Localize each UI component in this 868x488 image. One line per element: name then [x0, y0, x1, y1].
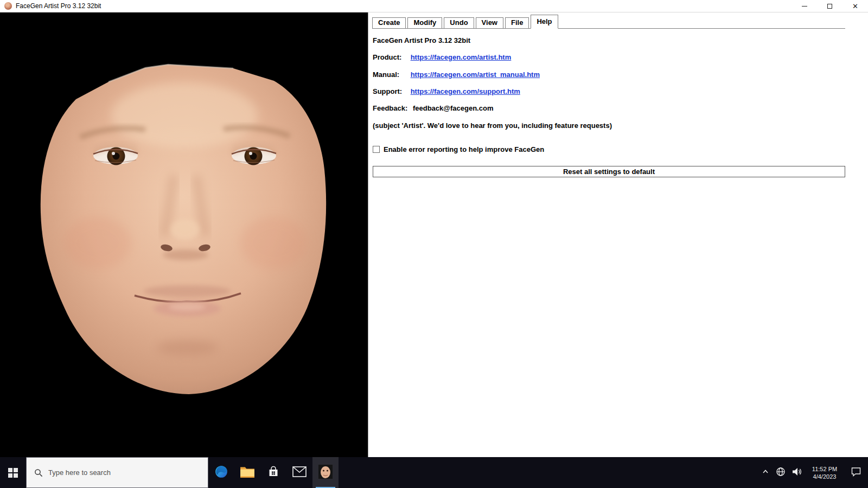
system-tray: 11:52 PM 4/4/2023 — [758, 457, 868, 488]
maximize-icon — [827, 4, 832, 9]
notification-icon — [851, 467, 861, 479]
face-render — [0, 12, 368, 457]
action-center-button[interactable] — [844, 457, 868, 488]
screen: FaceGen Artist Pro 3.12 32bit ✕ — [0, 0, 868, 488]
error-reporting-label: Enable error reporting to help improve F… — [384, 145, 544, 153]
taskbar-spacer — [339, 457, 758, 488]
tab-undo[interactable]: Undo — [444, 17, 474, 28]
feedback-email: feedback@facegen.com — [413, 104, 494, 112]
maximize-button[interactable] — [817, 0, 843, 12]
tray-volume-button[interactable] — [789, 457, 805, 488]
search-input[interactable] — [48, 468, 208, 477]
manual-label: Manual: — [373, 70, 409, 79]
taskbar-search[interactable] — [26, 457, 208, 488]
feedback-label: Feedback: — [373, 104, 407, 112]
support-link[interactable]: https://facegen.com/support.htm — [411, 87, 520, 95]
reset-settings-button[interactable]: Reset all settings to default — [373, 166, 845, 177]
network-globe-icon — [776, 467, 786, 479]
chevron-up-icon — [762, 468, 769, 478]
file-explorer-icon — [240, 465, 255, 480]
windows-logo-icon — [8, 468, 18, 478]
tab-bar: Create Modify Undo View File Help — [372, 15, 845, 29]
support-row: Support: https://facegen.com/support.htm — [373, 87, 845, 95]
taskbar-app-mail[interactable] — [286, 457, 312, 488]
minimize-icon — [802, 6, 807, 7]
tray-network-button[interactable] — [773, 457, 789, 488]
clock-time: 11:52 PM — [812, 465, 837, 473]
app-face-icon — [4, 2, 12, 10]
start-button[interactable] — [0, 457, 26, 488]
face-3d-viewport[interactable] — [0, 12, 368, 457]
tab-help[interactable]: Help — [531, 15, 558, 29]
tray-overflow-button[interactable] — [758, 457, 773, 488]
facegen-app-icon — [318, 465, 333, 481]
tray-clock[interactable]: 11:52 PM 4/4/2023 — [805, 457, 844, 488]
product-link[interactable]: https://facegen.com/artist.htm — [411, 53, 512, 61]
tab-modify[interactable]: Modify — [407, 17, 442, 28]
help-content: FaceGen Artist Pro 3.12 32bit Product: h… — [373, 29, 845, 457]
window-titlebar: FaceGen Artist Pro 3.12 32bit ✕ — [0, 0, 868, 12]
edge-icon — [214, 465, 228, 481]
app-title: FaceGen Artist Pro 3.12 32bit — [373, 36, 845, 44]
window-title: FaceGen Artist Pro 3.12 32bit — [16, 2, 101, 10]
window-controls: ✕ — [792, 0, 868, 12]
microsoft-store-icon — [267, 465, 280, 480]
taskbar-app-file-explorer[interactable] — [234, 457, 260, 488]
support-label: Support: — [373, 87, 409, 95]
tab-file[interactable]: File — [505, 17, 529, 28]
error-reporting-row: Enable error reporting to help improve F… — [373, 145, 845, 153]
main-area: Create Modify Undo View File Help FaceGe… — [0, 12, 868, 457]
help-panel: Create Modify Undo View File Help FaceGe… — [368, 12, 868, 457]
taskbar-app-facegen[interactable] — [312, 457, 339, 488]
minimize-button[interactable] — [792, 0, 817, 12]
tab-create[interactable]: Create — [372, 17, 406, 28]
search-icon — [34, 468, 43, 477]
error-reporting-checkbox[interactable] — [373, 146, 380, 153]
product-row: Product: https://facegen.com/artist.htm — [373, 53, 845, 61]
clock-date: 4/4/2023 — [813, 473, 837, 480]
feedback-note: (subject 'Artist'. We'd love to hear fro… — [373, 121, 845, 130]
taskbar-app-store[interactable] — [260, 457, 286, 488]
manual-row: Manual: https://facegen.com/artist_manua… — [373, 70, 845, 79]
manual-link[interactable]: https://facegen.com/artist_manual.htm — [411, 70, 540, 79]
mail-icon — [292, 466, 307, 479]
feedback-row: Feedback: feedback@facegen.com — [373, 104, 845, 112]
close-icon: ✕ — [852, 3, 858, 10]
close-button[interactable]: ✕ — [843, 0, 868, 12]
product-label: Product: — [373, 53, 409, 61]
speaker-icon — [792, 467, 802, 479]
tab-view[interactable]: View — [476, 17, 503, 28]
taskbar: 11:52 PM 4/4/2023 — [0, 457, 868, 488]
taskbar-app-edge[interactable] — [208, 457, 234, 488]
